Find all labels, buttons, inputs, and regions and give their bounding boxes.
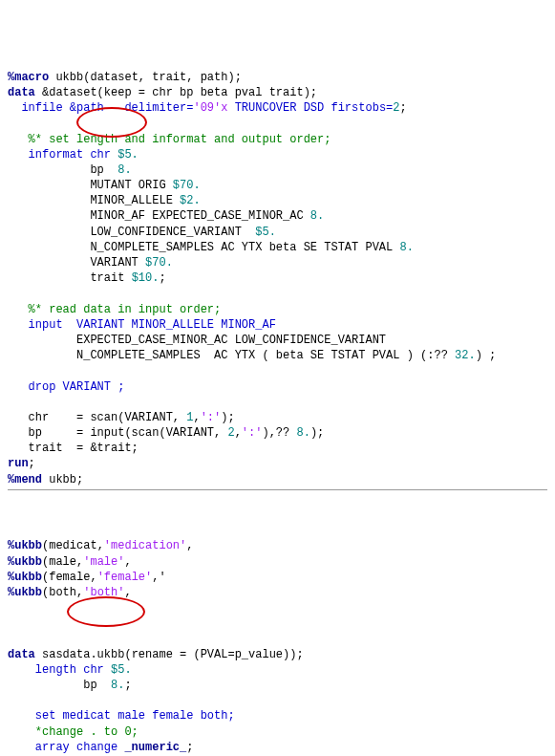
t: chr = scan(VARIANT, [8,411,186,424]
kw-mend: %mend [8,473,42,486]
fmt: 8. [296,426,310,440]
fmt: $5. [117,148,139,162]
t: bp = input(scan(VARIANT, [8,426,227,440]
t: input VARIANT MINOR_ALLELE MINOR_AF [8,318,276,332]
kw-macro: %macro [8,71,49,84]
t: ; [399,101,406,115]
t: , [124,586,131,599]
str: '09'x [193,101,227,115]
t: TRUNCOVER DSD firstobs= [227,101,393,115]
t: ; [159,271,165,285]
fmt: $70. [173,179,201,192]
t: , [193,411,200,424]
t: ) ; [476,349,497,362]
t: trait [8,271,132,285]
t: (medicat, [42,539,104,552]
fmt: $5. [255,226,276,239]
t: drop VARIANT ; [8,380,124,394]
t: ); [310,426,324,440]
comment: %* read data in input order; [8,303,221,316]
str: 'female' [97,571,153,584]
t: length chr [8,663,111,677]
str: 'medication' [104,539,186,552]
t: ; [124,679,131,692]
t: array change [8,741,124,754]
t: , [235,426,242,440]
comment: *change . to 0; [8,725,139,739]
t: , [186,539,193,552]
macro-call: %ukbb [8,555,42,569]
t: bp [8,679,111,692]
fmt: 32. [455,349,476,362]
t: (female, [42,571,97,584]
kw-run: run [8,457,29,470]
t: ,' [152,571,165,584]
fmt: $10. [132,271,160,285]
fmt: $70. [145,256,173,270]
t: MINOR_AF EXPECTED_CASE_MINOR_AC [8,209,310,223]
kw-numeric: _numeric_ [124,741,186,754]
kw-data: data [8,648,35,661]
str: 'male' [83,555,124,569]
kw-data: data [8,86,35,99]
t: LOW_CONFIDENCE_VARIANT [8,226,255,239]
t: N_COMPLETE_SAMPLES AC YTX beta SE TSTAT … [8,241,399,254]
t: ukbb; [42,473,83,486]
t: MUTANT ORIG [8,179,173,192]
fmt: $5. [111,663,132,677]
num: 2 [227,426,234,440]
divider [8,489,547,490]
macro-call: %ukbb [8,586,42,599]
t: EXPECTED_CASE_MINOR_AC LOW_CONFIDENCE_VA… [8,334,386,347]
t: ; [186,741,193,754]
fmt: 8. [399,241,413,254]
t: , [124,555,131,569]
code-block: %macro ukbb(dataset, trait, path); data … [8,70,547,756]
t: ),?? [262,426,296,440]
t: N_COMPLETE_SAMPLES AC YTX ( beta SE TSTA… [8,349,455,362]
macro-call: %ukbb [8,571,42,584]
t: infile &path delimiter= [8,101,193,115]
t: (both, [42,586,83,599]
t: (male, [42,555,83,569]
t: set medicat male female both; [8,709,235,723]
fmt: 8. [310,209,324,223]
t: ); [221,411,234,424]
t: ukbb(dataset, trait, path); [49,71,242,84]
str: 'both' [83,586,124,599]
str: ':' [242,426,263,440]
t: &dataset(keep = chr bp beta pval trait); [35,86,317,99]
t: bp [8,163,117,177]
t: sasdata.ukbb(rename = (PVAL=p_value)); [35,648,304,661]
str: ':' [201,411,222,424]
t: informat chr [8,148,117,162]
comment: %* set length and informat and output or… [8,133,331,146]
macro-call: %ukbb [8,539,42,552]
t: trait = &trait; [8,442,139,455]
t: ; [29,457,35,470]
fmt: $2. [180,194,201,207]
fmt-bp-8-2: 8. [111,679,124,692]
t: MINOR_ALLELE [8,194,180,207]
fmt-bp-8: 8. [117,163,131,177]
t: VARIANT [8,256,145,270]
